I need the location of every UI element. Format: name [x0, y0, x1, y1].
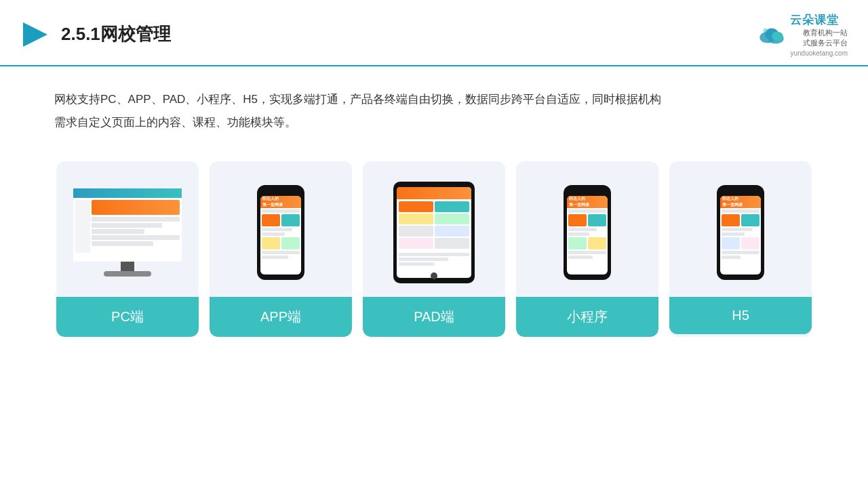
phone-frame-h5: 职达人的第一堂网课 — [717, 185, 764, 280]
card-pc-label: PC端 — [56, 297, 199, 337]
card-pc: PC端 — [56, 161, 199, 337]
cards-grid: PC端 职达人的第一堂网课 — [0, 148, 868, 357]
page-title: 2.5.1网校管理 — [61, 22, 171, 46]
cloud-icon — [757, 24, 786, 45]
logo-area: 云朵课堂 教育机构一站 式服务云平台 yunduoketang.com — [757, 12, 848, 57]
page-header: 2.5.1网校管理 云朵课堂 教育机构一站 式服务云平台 yunduoketan… — [0, 0, 868, 66]
description-line1: 网校支持PC、APP、PAD、小程序、H5，实现多端打通，产品各终端自由切换，数… — [54, 88, 814, 111]
card-miniprogram: 职达人的第一堂网课 — [516, 161, 658, 337]
phone-frame-app: 职达人的第一堂网课 — [257, 185, 304, 280]
card-h5: 职达人的第一堂网课 — [669, 161, 812, 337]
card-app-image: 职达人的第一堂网课 — [210, 161, 352, 297]
card-pad: PAD端 — [363, 161, 505, 337]
card-pc-image — [56, 161, 199, 297]
card-h5-image: 职达人的第一堂网课 — [669, 161, 812, 297]
description-text: 网校支持PC、APP、PAD、小程序、H5，实现多端打通，产品各终端自由切换，数… — [0, 66, 868, 148]
description-line2: 需求自定义页面上的内容、课程、功能模块等。 — [54, 111, 814, 134]
svg-marker-0 — [23, 22, 47, 47]
svg-point-5 — [764, 28, 768, 33]
logo-text-group: 云朵课堂 教育机构一站 式服务云平台 yunduoketang.com — [790, 12, 848, 57]
logo-subtext: 教育机构一站 式服务云平台 — [790, 28, 848, 49]
phone-screen-mini: 职达人的第一堂网课 — [567, 196, 608, 274]
logo-cloud: 云朵课堂 教育机构一站 式服务云平台 yunduoketang.com — [757, 12, 848, 57]
card-pad-label: PAD端 — [363, 297, 505, 337]
pc-monitor — [73, 188, 182, 277]
card-app: 职达人的第一堂网课 — [210, 161, 352, 337]
tablet-frame — [393, 182, 475, 283]
tablet-screen — [397, 187, 471, 278]
card-miniprogram-label: 小程序 — [516, 297, 658, 337]
play-icon — [20, 20, 50, 49]
phone-screen-h5: 职达人的第一堂网课 — [720, 196, 761, 274]
header-left: 2.5.1网校管理 — [20, 20, 171, 49]
card-pad-image — [363, 161, 505, 297]
svg-point-4 — [772, 32, 783, 41]
card-h5-label: H5 — [669, 297, 812, 334]
monitor-frame — [73, 188, 182, 262]
logo-main-text: 云朵课堂 — [790, 12, 848, 28]
phone-screen-app: 职达人的第一堂网课 — [260, 196, 301, 274]
monitor-screen — [73, 188, 182, 262]
card-app-label: APP端 — [210, 297, 352, 337]
card-miniprogram-image: 职达人的第一堂网课 — [516, 161, 658, 297]
logo-url: yunduoketang.com — [790, 49, 848, 57]
phone-frame-mini: 职达人的第一堂网课 — [564, 185, 611, 280]
